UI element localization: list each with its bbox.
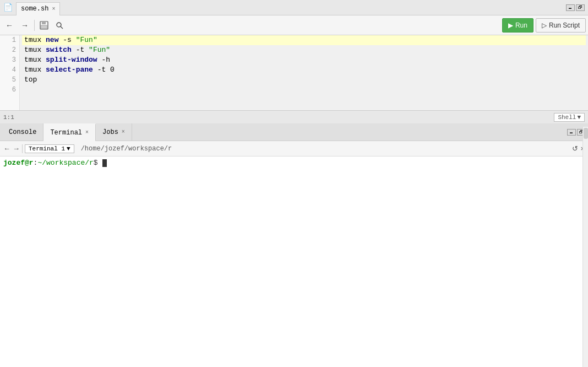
terminal-session-dropdown[interactable]: Terminal 1 ▼ [25, 144, 74, 153]
save-icon [40, 21, 48, 30]
toolbar-separator [34, 20, 35, 31]
terminal-toolbar: ← → Terminal 1 ▼ /home/jozef/workspace/r… [0, 141, 588, 156]
bottom-panel: Console Terminal × Jobs × 🗕 🗗 ← → Termin… [0, 123, 588, 367]
maximize-button[interactable]: 🗗 [576, 4, 585, 11]
prompt-dollar: $ [94, 159, 102, 167]
run-script-button[interactable]: ▷ Run Script [536, 18, 586, 33]
terminal-dropdown-arrow-icon: ▼ [67, 145, 70, 152]
code-line-5: top [22, 75, 586, 85]
console-tab-label: Console [9, 128, 36, 136]
terminal-tab-label: Terminal [50, 129, 82, 137]
code-line-2: tmux switch -t "Fun" [22, 45, 586, 55]
terminal-forward-button[interactable]: → [13, 144, 20, 153]
editor-area[interactable]: 1 2 3 4 5 6 tmux new -s "Fun" tmux switc… [0, 35, 588, 110]
run-script-label: Run Script [549, 21, 580, 29]
line-num-4: 4 [0, 65, 19, 75]
code-area[interactable]: tmux new -s "Fun" tmux switch -t "Fun" t… [20, 35, 588, 110]
tab-close-icon[interactable]: × [52, 6, 55, 12]
code-line-4: tmux select-pane -t 0 [22, 65, 586, 75]
svg-point-3 [57, 23, 61, 27]
terminal-session-label: Terminal 1 [29, 145, 65, 152]
line-num-5: 5 [0, 75, 19, 85]
toolbar-right: ▶ Run ▷ Run Script [502, 18, 586, 33]
editor-tab[interactable]: some.sh × [16, 2, 60, 15]
bottom-tabs-bar: Console Terminal × Jobs × 🗕 🗗 [0, 123, 588, 141]
minimize-button[interactable]: 🗕 [566, 4, 575, 11]
line-num-1: 1 [0, 35, 19, 45]
tab-title: some.sh [21, 5, 48, 13]
line-numbers: 1 2 3 4 5 6 [0, 35, 20, 110]
jobs-tab-label: Jobs [102, 128, 118, 136]
back-button[interactable]: ← [2, 18, 17, 33]
svg-rect-1 [42, 21, 46, 24]
terminal-sep [22, 144, 23, 153]
tab-terminal[interactable]: Terminal × [43, 123, 96, 141]
status-right: Shell ▼ [554, 113, 585, 122]
shell-dropdown[interactable]: Shell ▼ [554, 113, 585, 122]
terminal-refresh-icon[interactable]: ↺ [572, 144, 578, 153]
shell-label: Shell [558, 114, 576, 121]
editor-toolbar: ← → ▶ Run [0, 15, 588, 35]
status-bar: 1:1 Shell ▼ [0, 110, 588, 123]
run-label: Run [515, 21, 527, 29]
svg-line-4 [61, 26, 63, 29]
code-line-6 [22, 85, 586, 95]
cursor-position: 1:1 [3, 114, 14, 121]
terminal-back-button[interactable]: ← [3, 144, 10, 153]
terminal-tab-close-icon[interactable]: × [85, 129, 89, 136]
search-icon [55, 21, 64, 30]
line-num-6: 6 [0, 85, 19, 95]
title-bar: 📄 some.sh × 🗕 🗗 [0, 0, 588, 15]
terminal-prompt-line: jozef@r:~/workspace/r$ [3, 159, 585, 167]
tab-console[interactable]: Console [2, 123, 43, 141]
terminal-content[interactable]: jozef@r:~/workspace/r$ [0, 156, 588, 367]
window-controls: 🗕 🗗 [566, 4, 585, 11]
jobs-tab-close-icon[interactable]: × [122, 129, 125, 135]
code-line-1: tmux new -s "Fun" [22, 35, 586, 45]
terminal-cursor [102, 159, 107, 167]
panel-minimize-button[interactable]: 🗕 [567, 129, 576, 136]
terminal-scrollbar[interactable] [582, 127, 588, 367]
tab-jobs[interactable]: Jobs × [96, 123, 132, 141]
line-num-2: 2 [0, 45, 19, 55]
app-icon: 📄 [3, 3, 13, 12]
forward-button[interactable]: → [18, 18, 32, 33]
terminal-path: /home/jozef/workspace/r [81, 145, 172, 153]
line-num-3: 3 [0, 55, 19, 65]
prompt-user: jozef@r [3, 159, 34, 167]
code-line-3: tmux split-window -h [22, 55, 586, 65]
save-button[interactable] [37, 18, 51, 33]
svg-rect-2 [41, 25, 47, 29]
run-button[interactable]: ▶ Run [502, 18, 533, 33]
prompt-path: ~/workspace/r [37, 159, 93, 167]
run-icon: ▶ [508, 21, 513, 29]
scrollbar-thumb[interactable] [584, 128, 588, 139]
shell-arrow-icon: ▼ [577, 114, 581, 121]
search-button[interactable] [52, 18, 67, 33]
run-script-icon: ▷ [542, 21, 547, 29]
